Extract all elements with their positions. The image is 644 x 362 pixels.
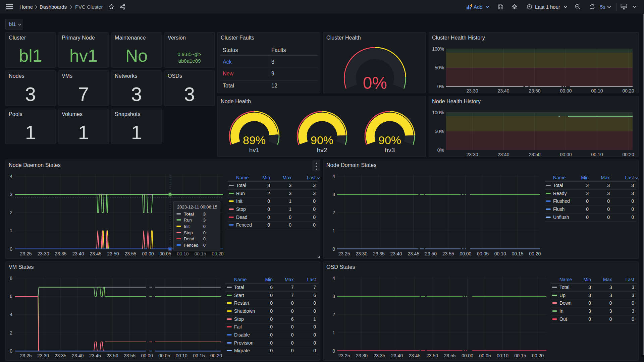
- svg-text:1: 1: [332, 330, 335, 335]
- svg-text:00:00: 00:00: [560, 88, 572, 94]
- svg-text:23:30: 23:30: [37, 353, 49, 358]
- svg-text:0: 0: [332, 246, 335, 252]
- svg-text:23:55: 23:55: [444, 353, 455, 358]
- svg-text:4: 4: [332, 174, 335, 179]
- svg-text:00:10: 00:10: [494, 251, 506, 256]
- svg-text:00:20: 00:20: [622, 88, 634, 94]
- svg-text:23:30: 23:30: [356, 251, 367, 256]
- svg-text:23:30: 23:30: [466, 152, 478, 157]
- svg-text:23:40: 23:40: [390, 251, 402, 256]
- svg-text:23:50: 23:50: [106, 353, 118, 358]
- svg-text:90%: 90%: [311, 134, 333, 146]
- svg-text:2: 2: [332, 210, 335, 215]
- svg-text:00:20: 00:20: [212, 251, 223, 256]
- svg-text:23:50: 23:50: [529, 152, 540, 157]
- svg-text:3: 3: [332, 294, 335, 299]
- svg-text:23:40: 23:40: [497, 88, 509, 94]
- svg-text:0%: 0%: [437, 147, 444, 153]
- svg-text:00:15: 00:15: [514, 353, 526, 358]
- svg-text:23:25: 23:25: [20, 251, 32, 256]
- svg-text:100%: 100%: [432, 46, 444, 52]
- svg-text:23:45: 23:45: [408, 251, 419, 256]
- svg-text:23:30: 23:30: [466, 88, 478, 94]
- svg-text:23:45: 23:45: [89, 353, 101, 358]
- svg-text:23:55: 23:55: [442, 251, 454, 256]
- svg-text:00:05: 00:05: [479, 353, 491, 358]
- svg-text:00:00: 00:00: [462, 353, 473, 358]
- svg-text:hv1: hv1: [249, 146, 260, 154]
- svg-text:4: 4: [332, 276, 335, 281]
- svg-text:0: 0: [10, 348, 12, 354]
- svg-text:23:50: 23:50: [425, 251, 437, 256]
- svg-text:23:50: 23:50: [107, 251, 119, 256]
- svg-text:4: 4: [10, 312, 12, 317]
- svg-text:90%: 90%: [378, 134, 401, 146]
- svg-text:23:35: 23:35: [373, 353, 385, 358]
- svg-text:23:50: 23:50: [529, 88, 540, 94]
- svg-text:00:15: 00:15: [193, 353, 205, 358]
- svg-text:50%: 50%: [435, 129, 444, 134]
- svg-text:3: 3: [332, 192, 335, 197]
- svg-text:00:10: 00:10: [497, 353, 508, 358]
- svg-text:00:10: 00:10: [591, 152, 603, 157]
- svg-text:00:20: 00:20: [210, 353, 222, 358]
- svg-text:1: 1: [10, 228, 12, 233]
- svg-text:6: 6: [10, 294, 12, 299]
- svg-text:50%: 50%: [435, 65, 444, 70]
- svg-text:00:15: 00:15: [194, 251, 206, 256]
- svg-text:23:55: 23:55: [124, 353, 136, 358]
- svg-text:0%: 0%: [437, 84, 444, 89]
- svg-text:00:20: 00:20: [622, 152, 634, 157]
- svg-text:00:10: 00:10: [176, 353, 187, 358]
- svg-text:2: 2: [10, 210, 12, 215]
- svg-text:2: 2: [10, 330, 12, 336]
- svg-text:23:30: 23:30: [356, 353, 368, 358]
- svg-text:00:00: 00:00: [142, 251, 154, 256]
- svg-text:00:20: 00:20: [529, 251, 541, 256]
- svg-text:0: 0: [332, 348, 335, 354]
- svg-text:100%: 100%: [432, 110, 444, 115]
- svg-text:23:40: 23:40: [72, 251, 84, 256]
- svg-text:0: 0: [10, 246, 12, 252]
- svg-text:23:40: 23:40: [391, 353, 403, 358]
- svg-text:2: 2: [332, 312, 335, 317]
- svg-text:hv3: hv3: [385, 146, 395, 154]
- svg-text:00:00: 00:00: [560, 152, 572, 157]
- svg-text:23:40: 23:40: [72, 353, 84, 358]
- svg-text:00:10: 00:10: [177, 251, 189, 256]
- svg-text:4: 4: [10, 174, 12, 179]
- svg-text:23:35: 23:35: [55, 353, 66, 358]
- svg-text:00:05: 00:05: [477, 251, 489, 256]
- svg-text:23:25: 23:25: [338, 251, 350, 256]
- svg-text:00:20: 00:20: [532, 353, 544, 358]
- svg-text:8: 8: [10, 276, 12, 281]
- svg-text:00:00: 00:00: [141, 353, 153, 358]
- svg-text:0%: 0%: [363, 74, 387, 93]
- svg-text:23:40: 23:40: [497, 152, 509, 157]
- svg-text:00:05: 00:05: [158, 353, 170, 358]
- svg-text:00:05: 00:05: [159, 251, 171, 256]
- svg-text:23:55: 23:55: [124, 251, 136, 256]
- svg-text:23:35: 23:35: [373, 251, 385, 256]
- svg-text:00:00: 00:00: [460, 251, 471, 256]
- svg-text:23:45: 23:45: [90, 251, 101, 256]
- svg-text:23:25: 23:25: [338, 353, 350, 358]
- svg-text:3: 3: [10, 192, 12, 197]
- svg-text:23:35: 23:35: [55, 251, 66, 256]
- svg-text:23:50: 23:50: [426, 353, 438, 358]
- svg-text:23:25: 23:25: [20, 353, 32, 358]
- svg-text:1: 1: [332, 228, 335, 233]
- svg-text:00:10: 00:10: [591, 88, 603, 94]
- svg-text:hv2: hv2: [317, 146, 327, 154]
- svg-text:00:15: 00:15: [512, 251, 523, 256]
- svg-text:23:45: 23:45: [409, 353, 420, 358]
- svg-text:89%: 89%: [243, 134, 266, 146]
- svg-text:23:30: 23:30: [37, 251, 49, 256]
